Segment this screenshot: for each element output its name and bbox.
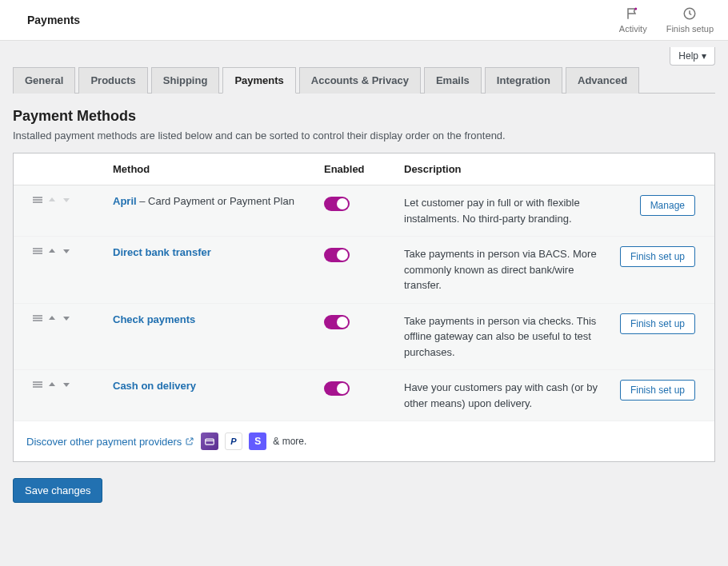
move-up-icon[interactable] [47,313,57,325]
provider-stripe-icon: S [249,432,266,450]
method-link[interactable]: Check payments [113,313,195,325]
provider-paypal-icon [225,432,242,450]
svg-rect-3 [33,199,42,201]
tab-integration[interactable]: Integration [485,67,562,94]
table-row: Check payments Take payments in person v… [14,304,714,371]
finish-setup-button[interactable]: Finish set up [620,313,695,334]
sort-cell [26,246,106,258]
move-up-icon[interactable] [47,246,57,258]
tab-shipping[interactable]: Shipping [151,67,220,94]
payment-methods-table: Method Enabled Description April – Card … [13,153,715,462]
table-row: April – Card Payment or Payment Plan Let… [14,185,714,237]
svg-rect-7 [33,253,42,254]
top-bar: Payments Activity Finish setup [0,0,728,41]
finish-setup-button[interactable]: Finish set up [620,246,695,267]
svg-rect-6 [33,250,42,252]
description-text: Let customer pay in full or with flexibl… [398,195,606,226]
move-down-icon[interactable] [62,246,71,258]
move-up-icon[interactable] [47,195,57,207]
move-down-icon[interactable] [62,195,71,207]
tab-accounts-privacy[interactable]: Accounts & Privacy [299,67,421,94]
discover-row: Discover other payment providers S & mor… [14,421,714,461]
column-description: Description [398,163,606,175]
enabled-toggle[interactable] [324,315,350,329]
clock-icon [682,6,697,21]
svg-rect-13 [33,386,42,388]
tab-general[interactable]: General [13,67,75,94]
tab-payments[interactable]: Payments [222,67,295,94]
drag-handle-icon[interactable] [33,313,42,325]
drag-handle-icon[interactable] [33,195,42,207]
discover-link-text: Discover other payment providers [26,436,182,448]
svg-rect-10 [33,320,42,321]
svg-rect-4 [33,201,42,203]
provider-woopay-icon [201,432,218,450]
section-description: Installed payment methods are listed bel… [13,130,715,142]
svg-rect-11 [33,381,42,383]
tabs: General Products Shipping Payments Accou… [13,67,715,94]
description-text: Take payments in person via checks. This… [398,313,606,361]
move-up-icon[interactable] [47,380,57,392]
move-down-icon[interactable] [62,380,71,392]
enabled-toggle[interactable] [324,197,350,211]
svg-point-0 [635,8,638,10]
table-row: Direct bank transfer Take payments in pe… [14,237,714,304]
content-area: Help ▾ General Products Shipping Payment… [0,41,728,516]
top-bar-actions: Activity Finish setup [619,6,714,34]
column-method: Method [106,163,318,175]
move-down-icon[interactable] [62,313,71,325]
table-header: Method Enabled Description [14,153,714,185]
sort-cell [26,380,106,392]
enabled-toggle[interactable] [324,381,350,396]
tab-emails[interactable]: Emails [424,67,482,94]
method-extra: – Card Payment or Payment Plan [137,195,294,207]
description-text: Have your customers pay with cash (or by… [398,380,606,411]
sort-cell [26,313,106,325]
svg-rect-8 [33,315,42,317]
method-link[interactable]: Cash on delivery [113,380,196,392]
activity-button[interactable]: Activity [619,6,647,34]
page-title: Payments [27,14,80,26]
finish-setup-button[interactable]: Finish setup [666,6,714,34]
svg-rect-12 [33,384,42,385]
external-link-icon [185,436,194,446]
svg-rect-5 [33,248,42,249]
save-changes-button[interactable]: Save changes [13,478,102,503]
column-enabled: Enabled [318,163,398,175]
table-row: Cash on delivery Have your customers pay… [14,370,714,421]
method-link[interactable]: April [113,195,137,207]
drag-handle-icon[interactable] [33,246,42,258]
help-button[interactable]: Help ▾ [670,47,715,66]
svg-rect-2 [33,197,42,198]
tab-products[interactable]: Products [78,67,147,94]
help-label: Help [678,50,698,62]
enabled-toggle[interactable] [324,248,350,262]
section-title: Payment Methods [13,108,715,125]
description-text: Take payments in person via BACS. More c… [398,246,606,293]
finish-setup-label: Finish setup [666,24,714,34]
sort-cell [26,195,106,207]
drag-handle-icon[interactable] [33,380,42,392]
and-more-text: & more. [273,436,306,447]
discover-link[interactable]: Discover other payment providers [26,436,194,448]
finish-setup-button[interactable]: Finish set up [620,380,695,401]
svg-rect-9 [33,317,42,319]
tab-advanced[interactable]: Advanced [566,67,639,94]
svg-rect-14 [206,439,214,444]
caret-down-icon: ▾ [702,50,706,62]
flag-icon [626,6,640,21]
method-link[interactable]: Direct bank transfer [113,246,211,258]
manage-button[interactable]: Manage [640,195,695,216]
activity-label: Activity [619,24,647,34]
